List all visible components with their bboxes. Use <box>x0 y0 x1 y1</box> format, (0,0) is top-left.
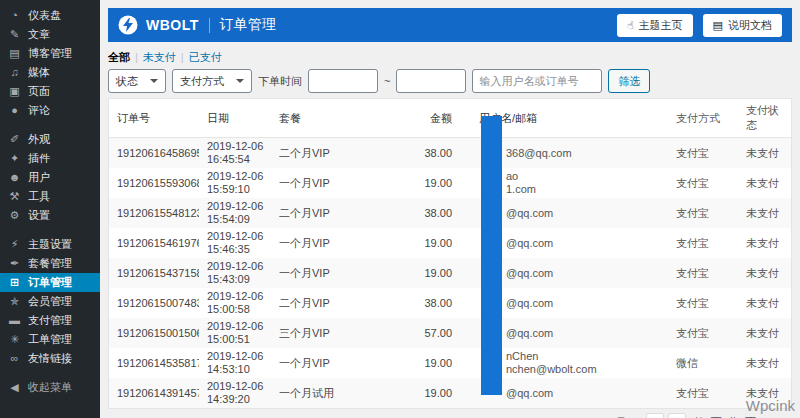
sidebar-item-comments[interactable]: ●评论 <box>0 101 100 120</box>
user-email-line: @qq.com <box>506 267 648 280</box>
amount-cell: 19.00 <box>381 378 456 408</box>
sidebar-item-media[interactable]: ♫媒体 <box>0 63 100 82</box>
column-header: 金额 <box>381 99 456 138</box>
view-tab-unpaid[interactable]: 未支付 <box>143 51 176 63</box>
order-date: 2019-12-06 <box>207 140 263 153</box>
package-cell: 一个月VIP <box>271 348 381 378</box>
order-date: 2019-12-06 <box>207 290 263 303</box>
payment-method-cell: 支付宝 <box>656 378 736 408</box>
payment-method-cell: 支付宝 <box>656 288 736 318</box>
amount-cell: 19.00 <box>381 348 456 378</box>
order-time: 15:54:09 <box>207 213 263 226</box>
order-time: 15:43:09 <box>207 273 263 286</box>
sidebar-item-label: 博客管理 <box>28 47 72 60</box>
order-number-cell: 19120615437158 <box>109 258 199 288</box>
watermark: Wpcink <box>746 397 795 414</box>
payment-status-cell: 未支付 <box>736 168 791 198</box>
date-from-input[interactable] <box>308 69 378 93</box>
date-cell: 2019-12-0615:00:58 <box>199 288 271 318</box>
sidebar-item-package-manage[interactable]: ✒套餐管理 <box>0 254 100 273</box>
chevron-down-icon <box>236 79 244 87</box>
user-email-line: @qq.com <box>506 327 648 340</box>
search-input[interactable] <box>472 69 602 93</box>
sidebar-item-settings[interactable]: ⚙设置 <box>0 206 100 225</box>
order-number-cell: 19120615548123 <box>109 198 199 228</box>
view-tabs: 全部|未支付|已支付 <box>108 50 792 64</box>
header-divider <box>209 18 210 33</box>
sidebar-item-posts[interactable]: ✎文章 <box>0 25 100 44</box>
order-number-cell: 19120615593068 <box>109 168 199 198</box>
order-time: 15:00:58 <box>207 303 263 316</box>
sidebar-item-label: 外观 <box>28 133 50 146</box>
sidebar-item-member-manage[interactable]: ✯会员管理 <box>0 292 100 311</box>
table-header-row: 订单号日期套餐金额用户名/邮箱支付方式支付状态 <box>109 99 791 138</box>
prev-page-button[interactable]: ‹ <box>668 413 686 418</box>
sidebar-item-links[interactable]: ∞友情链接 <box>0 349 100 368</box>
orders-table-card: 订单号日期套餐金额用户名/邮箱支付方式支付状态 1912061645869520… <box>108 98 792 409</box>
payment-status-cell: 未支付 <box>736 348 791 378</box>
blog-icon: ▤ <box>8 47 21 60</box>
document-icon: ▤ <box>713 19 723 32</box>
sidebar-item-users[interactable]: ☻用户 <box>0 168 100 187</box>
status-select[interactable]: 状态 <box>108 69 166 93</box>
user-email-line: ao <box>506 170 648 183</box>
order-date: 2019-12-06 <box>207 200 263 213</box>
wbolt-logo-icon <box>118 15 138 35</box>
sidebar-item-label: 主题设置 <box>28 238 72 251</box>
order-row: 191206150015062019-12-0615:00:51三个月VIP57… <box>109 318 791 348</box>
sidebar-item-order-manage[interactable]: ⊞订单管理 <box>0 273 100 292</box>
sidebar-separator <box>0 225 100 235</box>
order-date: 2019-12-06 <box>207 350 263 363</box>
sidebar-item-label: 设置 <box>28 209 50 222</box>
sidebar-item-ticket-manage[interactable]: ✳工单管理 <box>0 330 100 349</box>
view-separator: | <box>135 51 138 63</box>
order-number-cell: 19120615007483 <box>109 288 199 318</box>
date-to-input[interactable] <box>396 69 466 93</box>
payment-method-cell: 支付宝 <box>656 138 736 169</box>
package-cell: 一个月VIP <box>271 258 381 288</box>
sidebar-item-blog-manage[interactable]: ▤博客管理 <box>0 44 100 63</box>
date-cell: 2019-12-0615:54:09 <box>199 198 271 228</box>
user-icon: ☻ <box>8 171 21 184</box>
package-cell: 二个月VIP <box>271 288 381 318</box>
sidebar-item-appearance[interactable]: ✐外观 <box>0 130 100 149</box>
sidebar-item-payment-manage[interactable]: ▬支付管理 <box>0 311 100 330</box>
amount-cell: 19.00 <box>381 228 456 258</box>
docs-button[interactable]: ▤说明文档 <box>703 14 782 37</box>
sidebar-item-theme-settings[interactable]: ⚡主题设置 <box>0 235 100 254</box>
user-email-line: nChen <box>506 350 648 363</box>
sidebar-item-dashboard[interactable]: ◔仪表盘 <box>0 6 100 25</box>
pen-icon: ✒ <box>8 257 21 270</box>
sidebar-item-collapse-menu[interactable]: ◀收起菜单 <box>0 378 100 397</box>
first-page-button[interactable]: « <box>646 413 664 418</box>
sidebar-item-tools[interactable]: ⚒工具 <box>0 187 100 206</box>
order-row: 191206155930682019-12-0615:59:10一个月VIP19… <box>109 168 791 198</box>
view-tab-all[interactable]: 全部 <box>108 51 130 63</box>
user-email-line: @qq.com <box>506 297 648 310</box>
filter-button[interactable]: 筛选 <box>608 69 650 93</box>
order-number-cell: 19120615001506 <box>109 318 199 348</box>
view-tab-paid[interactable]: 已支付 <box>189 51 222 63</box>
page-title: 订单管理 <box>220 16 276 34</box>
sidebar-item-pages[interactable]: ▣页面 <box>0 82 100 101</box>
plugin-header: WBOLT 订单管理 ☝主题主页▤说明文档 <box>108 8 792 42</box>
column-header: 套餐 <box>271 99 381 138</box>
amount-cell: 19.00 <box>381 258 456 288</box>
date-cell: 2019-12-0615:00:51 <box>199 318 271 348</box>
payment-method-cell: 微信 <box>656 348 736 378</box>
payment-select-label: 支付方式 <box>180 74 224 89</box>
theme-home-button[interactable]: ☝主题主页 <box>617 14 693 37</box>
brush-icon: ✐ <box>8 133 21 146</box>
sidebar-item-plugins[interactable]: ✦插件 <box>0 149 100 168</box>
sidebar-item-label: 页面 <box>28 85 50 98</box>
sidebar-item-label: 仪表盘 <box>28 9 61 22</box>
order-time: 14:53:10 <box>207 363 263 376</box>
payment-method-cell: 支付宝 <box>656 318 736 348</box>
filter-bar: 状态 支付方式 下单时间 ~ 筛选 <box>108 69 792 93</box>
amount-cell: 38.00 <box>381 138 456 169</box>
main-content: WBOLT 订单管理 ☝主题主页▤说明文档 全部|未支付|已支付 状态 支付方式… <box>100 0 800 418</box>
payment-method-select[interactable]: 支付方式 <box>172 69 252 93</box>
redaction-overlay <box>481 116 502 395</box>
order-row: 191206154371582019-12-0615:43:09一个月VIP19… <box>109 258 791 288</box>
sidebar-item-label: 订单管理 <box>28 276 72 289</box>
